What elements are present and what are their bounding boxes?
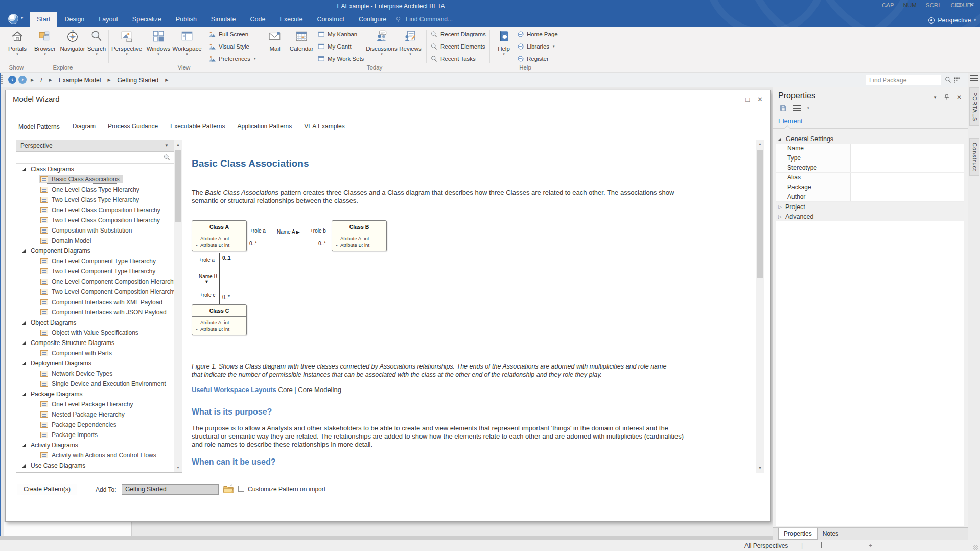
tree-row[interactable]: Basic Class Associations <box>17 174 174 185</box>
breadcrumb-model[interactable]: Example Model <box>59 77 101 84</box>
forward-button[interactable]: › <box>18 76 27 84</box>
zoom-slider-track[interactable] <box>819 545 866 545</box>
details-view-icon[interactable] <box>953 76 961 84</box>
property-value[interactable] <box>851 153 964 163</box>
tree-row[interactable]: Composition with Substitution <box>17 225 174 236</box>
pattern-search-field[interactable] <box>16 152 174 164</box>
tree-row[interactable]: One Level Class Type Hierarchy <box>17 185 174 195</box>
perspective-menu-button[interactable]: Perspective ▾ <box>928 17 976 24</box>
portals-button[interactable]: Portals▾ <box>2 29 33 56</box>
windows-button[interactable]: Windows▾ <box>143 29 174 56</box>
tree-row[interactable]: One Level Component Composition Hierarch… <box>17 277 174 287</box>
perspective-filter-dropdown[interactable]: Perspective ▼ <box>16 140 174 152</box>
zoom-in-button[interactable]: + <box>869 542 872 549</box>
app-menu-caret-icon[interactable]: ▾ <box>21 16 23 20</box>
property-row[interactable]: Stereotype <box>776 163 964 173</box>
my-kanban-button[interactable]: My Kanban <box>318 30 357 39</box>
tree-row[interactable]: Two Level Component Type Hierarchy <box>17 266 174 277</box>
all-perspectives-status[interactable]: All Perspectives <box>744 542 788 549</box>
add-to-field[interactable]: Getting Started <box>122 484 219 495</box>
scrollbar-thumb[interactable] <box>757 150 763 278</box>
search-button[interactable]: Search▾ <box>81 29 112 56</box>
ribbon-tab[interactable]: Design <box>57 12 91 27</box>
dialog-close-button[interactable]: ✕ <box>757 96 763 103</box>
find-package-input[interactable] <box>866 75 941 85</box>
tree-row[interactable]: Package Dependencies <box>17 420 174 430</box>
save-icon[interactable] <box>779 104 787 112</box>
breadcrumb-page[interactable]: Getting Started <box>118 77 159 84</box>
reviews-button[interactable]: Reviews▾ <box>396 29 424 56</box>
wizard-tab[interactable]: Diagram <box>66 121 102 132</box>
tree-row[interactable]: Nested Package Hierarchy <box>17 409 174 420</box>
tree-row[interactable]: Activity with Actions and Control Flows <box>17 450 174 461</box>
tree-row[interactable]: Class Diagrams <box>17 164 174 174</box>
register-button[interactable]: Register <box>517 54 549 63</box>
mail-button[interactable]: Mail <box>260 29 290 52</box>
perspective-ribbon-button[interactable]: Perspective▾ <box>111 29 142 56</box>
panel-bottom-tab[interactable]: Properties <box>778 528 818 540</box>
find-command[interactable]: Find Command... <box>394 12 453 27</box>
tree-row[interactable]: Component Diagrams <box>17 246 174 256</box>
help-button[interactable]: Help▾ <box>492 29 516 56</box>
tree-row[interactable]: Domain Model <box>17 236 174 246</box>
ribbon-tab[interactable]: Specialize <box>125 12 169 27</box>
property-value[interactable] <box>851 173 964 182</box>
ribbon-tab[interactable]: Configure <box>352 12 393 27</box>
ribbon-tab[interactable]: Simulate <box>204 12 243 27</box>
tree-row[interactable]: Package Imports <box>17 430 174 440</box>
tree-row[interactable]: Use Case Diagrams <box>17 461 174 471</box>
portals-side-tab[interactable]: PORTALS <box>969 87 979 126</box>
panel-bottom-tab[interactable]: Notes <box>818 528 844 540</box>
splitter-horizontal[interactable] <box>0 536 773 540</box>
app-logo-icon[interactable] <box>8 14 18 24</box>
general-settings-section[interactable]: General Settings <box>773 134 968 144</box>
dialog-maximize-button[interactable]: □ <box>745 96 750 103</box>
wizard-tab[interactable]: VEA Examples <box>298 121 351 132</box>
property-value[interactable] <box>851 163 964 172</box>
recent-elements-button[interactable]: Recent Elements <box>430 42 485 51</box>
menu-hamburger-icon[interactable] <box>970 78 978 79</box>
panel-menu-icon[interactable]: ▼ <box>933 95 937 100</box>
drag-handle[interactable] <box>1 75 3 85</box>
resize-grip[interactable] <box>973 545 978 550</box>
recent-tasks-button[interactable]: Recent Tasks <box>430 54 476 63</box>
tree-row[interactable]: Activity Diagrams <box>17 440 174 450</box>
visual-style-button[interactable]: Visual Style <box>208 42 249 51</box>
property-row[interactable]: Author <box>776 192 964 202</box>
document-scrollbar[interactable]: ▲ ▼ <box>756 140 764 473</box>
workspace-button[interactable]: Workspace▾ <box>172 29 202 56</box>
property-row[interactable]: Name <box>776 144 964 153</box>
browser-button[interactable]: Browser▾ <box>30 29 60 56</box>
ribbon-tab[interactable]: Start <box>30 12 57 27</box>
wizard-tab[interactable]: Model Patterns <box>12 121 66 132</box>
tree-row[interactable]: Package Diagrams <box>17 389 174 399</box>
tree-row[interactable]: Two Level Class Composition Hierarchy <box>17 215 174 225</box>
libraries-button[interactable]: Libraries▾ <box>517 42 555 51</box>
tree-row[interactable]: Component Interfaces with XML Payload <box>17 297 174 307</box>
ribbon-tab[interactable]: Layout <box>91 12 125 27</box>
scroll-down-icon[interactable]: ▼ <box>756 464 764 473</box>
tree-row[interactable]: Object Diagrams <box>17 317 174 328</box>
tree-row[interactable]: Two Level Component Composition Hierarch… <box>17 287 174 297</box>
project-section[interactable]: ▷ Project <box>773 202 968 212</box>
breadcrumb-root[interactable]: / <box>40 77 42 84</box>
wizard-tab[interactable]: Process Guidance <box>102 121 164 132</box>
construct-side-tab[interactable]: Construct <box>969 138 979 176</box>
tree-row[interactable]: Component with Parts <box>17 348 174 358</box>
ribbon-tab[interactable]: Code <box>243 12 272 27</box>
ribbon-tab[interactable]: Execute <box>272 12 310 27</box>
property-value[interactable] <box>851 144 964 153</box>
tree-scrollbar[interactable]: ▲ ▼ <box>174 140 182 472</box>
tree-row[interactable]: Two Level Class Type Hierarchy <box>17 195 174 205</box>
property-value[interactable] <box>851 182 964 192</box>
wizard-tab[interactable]: Executable Patterns <box>164 121 231 132</box>
search-icon[interactable] <box>944 76 952 84</box>
tree-row[interactable]: One Level Class Composition Hierarchy <box>17 205 174 215</box>
tree-row[interactable]: Network Device Types <box>17 369 174 379</box>
tree-row[interactable]: Deployment Diagrams <box>17 358 174 369</box>
browse-folder-icon[interactable] <box>222 484 235 495</box>
full-screen-button[interactable]: Full Screen <box>208 30 248 39</box>
element-tab[interactable]: Element <box>778 117 803 125</box>
scroll-down-icon[interactable]: ▼ <box>174 463 182 472</box>
recent-diagrams-button[interactable]: Recent Diagrams <box>430 30 486 39</box>
